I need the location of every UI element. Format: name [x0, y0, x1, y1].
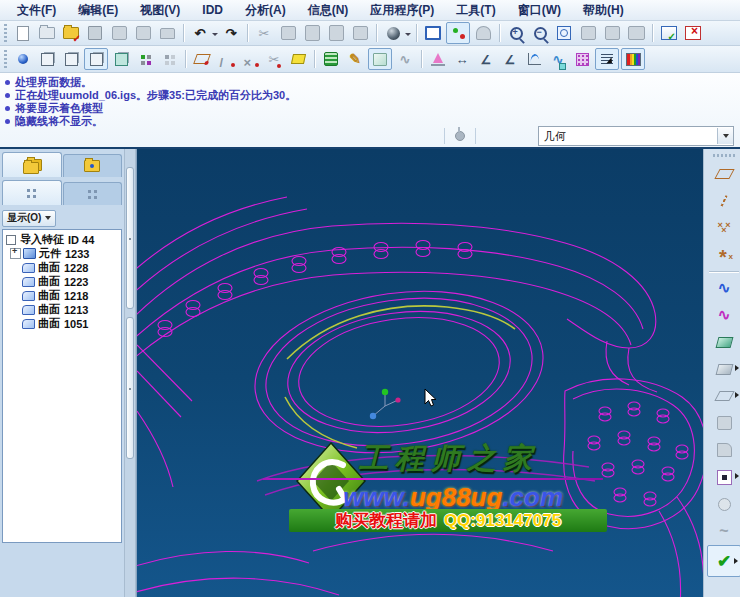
delete-marks-icon[interactable]: ×: [239, 49, 261, 69]
tree-item-component[interactable]: 元件 1233: [4, 247, 120, 261]
splitter-grip[interactable]: [126, 167, 134, 309]
zoom-in-icon[interactable]: [505, 23, 527, 43]
menu-window[interactable]: 窗口(W): [507, 0, 572, 20]
pick-point-icon[interactable]: [577, 23, 599, 43]
tree-item-surface[interactable]: 曲面 1218: [4, 289, 120, 303]
graphics-window[interactable]: 工程师之家 www.ug88ug.com 购买教程请加 QQ:913147075: [136, 149, 703, 597]
selection-filter-dropdown[interactable]: 几何: [538, 126, 734, 146]
curve-analysis-icon[interactable]: [394, 49, 416, 69]
hide-line-icon[interactable]: /: [215, 49, 237, 69]
menu-edit[interactable]: 编辑(E): [67, 0, 129, 20]
new-file-icon[interactable]: [12, 23, 34, 43]
object-display-gray-icon[interactable]: [158, 49, 180, 69]
print-icon[interactable]: [156, 23, 178, 43]
block-icon[interactable]: [707, 410, 740, 436]
undo-icon[interactable]: [189, 23, 211, 43]
sew-icon[interactable]: [707, 464, 740, 490]
surface-analysis-icon[interactable]: [368, 48, 392, 70]
tab-part-navigator[interactable]: [2, 180, 62, 205]
toolbar2-drag-handle[interactable]: [4, 50, 7, 68]
rotate-point-icon[interactable]: [12, 49, 34, 69]
window-apply-icon[interactable]: [658, 23, 680, 43]
copy-icon[interactable]: [277, 23, 299, 43]
shaded-icon[interactable]: [110, 49, 132, 69]
splitter-grip[interactable]: [126, 317, 134, 459]
tab-history-folder[interactable]: [63, 154, 123, 177]
menu-information[interactable]: 信息(N): [297, 0, 360, 20]
display-dropdown-button[interactable]: 显示(O): [2, 210, 56, 227]
hide-face-icon[interactable]: [191, 49, 213, 69]
tree-item-surface[interactable]: 曲面 1223: [4, 275, 120, 289]
bounded-plane-icon[interactable]: [707, 383, 740, 409]
measure-angle2-icon[interactable]: [499, 49, 521, 69]
flyout-arrow-icon[interactable]: [735, 473, 740, 479]
flyout-arrow-icon[interactable]: [735, 365, 740, 371]
freeform-icon[interactable]: [707, 518, 740, 544]
menu-application[interactable]: 应用程序(P): [359, 0, 445, 20]
tab-dependencies[interactable]: [63, 182, 123, 205]
thread-icon[interactable]: [320, 49, 342, 69]
render-style-sphere-icon[interactable]: [382, 23, 404, 43]
datum-line-icon[interactable]: [707, 188, 740, 214]
static-wireframe-icon[interactable]: [60, 49, 82, 69]
save-all-icon[interactable]: [108, 23, 130, 43]
through-curves-icon[interactable]: [707, 329, 740, 355]
edit-display-colorbar-icon[interactable]: [621, 48, 645, 70]
open-icon[interactable]: [36, 23, 58, 43]
tree-item-surface[interactable]: 曲面 1213: [4, 303, 120, 317]
view-dependency-icon[interactable]: [446, 22, 470, 44]
spline-icon[interactable]: [707, 275, 740, 301]
display-dialog-icon[interactable]: [422, 23, 444, 43]
menu-idd[interactable]: IDD: [191, 0, 234, 20]
menu-view[interactable]: 视图(V): [129, 0, 191, 20]
menu-analysis[interactable]: 分析(A): [234, 0, 297, 20]
sphere-feature-icon[interactable]: [707, 491, 740, 517]
cut-icon[interactable]: [253, 23, 275, 43]
tree-item-surface[interactable]: 曲面 1051: [4, 317, 120, 331]
zoom-box-icon[interactable]: [553, 23, 575, 43]
save-icon[interactable]: [84, 23, 106, 43]
export-sheet-icon[interactable]: [132, 23, 154, 43]
toolbar-drag-handle[interactable]: [713, 154, 735, 157]
panel-splitter[interactable]: [124, 149, 136, 597]
open-checked-icon[interactable]: [60, 23, 82, 43]
lock-icon[interactable]: [455, 131, 465, 141]
tab-assembly-navigator[interactable]: [2, 152, 62, 177]
toolbar-drag-handle[interactable]: [4, 24, 7, 42]
menu-tools[interactable]: 工具(T): [445, 0, 506, 20]
zoom-out-icon[interactable]: [529, 23, 551, 43]
scissor-marks-icon[interactable]: [263, 49, 285, 69]
note-flag-icon[interactable]: [287, 49, 309, 69]
wave-link-icon[interactable]: [547, 49, 569, 69]
checkbox-icon[interactable]: [6, 235, 16, 245]
measure-body-icon[interactable]: [427, 49, 449, 69]
tree-root-import-feature[interactable]: 导入特征 ID 44: [4, 233, 120, 247]
measure-angle-icon[interactable]: [475, 49, 497, 69]
paste-special-icon[interactable]: [325, 23, 347, 43]
wireframe-cube-icon[interactable]: [36, 49, 58, 69]
user-role-icon[interactable]: [472, 23, 494, 43]
chevron-down-icon[interactable]: [717, 128, 733, 144]
menu-help[interactable]: 帮助(H): [572, 0, 635, 20]
studio-curve-icon[interactable]: [707, 302, 740, 328]
pencil-edit-icon[interactable]: [344, 49, 366, 69]
shaded-edges-icon[interactable]: [84, 48, 108, 70]
point-icon[interactable]: [707, 242, 740, 268]
pattern-face-icon[interactable]: [571, 49, 593, 69]
menu-file[interactable]: 文件(F): [6, 0, 67, 20]
update-icon[interactable]: [349, 23, 371, 43]
flyout-arrow-icon[interactable]: [735, 392, 740, 398]
apply-button[interactable]: [707, 545, 740, 577]
trimmed-sheet-icon[interactable]: [707, 437, 740, 463]
information-list-icon[interactable]: [595, 48, 619, 70]
image-capture-icon[interactable]: [625, 23, 647, 43]
point-set-icon[interactable]: × × ×: [707, 215, 740, 241]
flyout-arrow-icon[interactable]: [734, 558, 740, 564]
object-display-colored-icon[interactable]: [134, 49, 156, 69]
tree-item-surface[interactable]: 曲面 1228: [4, 261, 120, 275]
paste-icon[interactable]: [301, 23, 323, 43]
render-style-dropdown-icon[interactable]: [405, 33, 411, 39]
datum-plane-icon[interactable]: [707, 161, 740, 187]
redo-icon[interactable]: [220, 23, 242, 43]
expand-plus-icon[interactable]: [10, 248, 21, 259]
